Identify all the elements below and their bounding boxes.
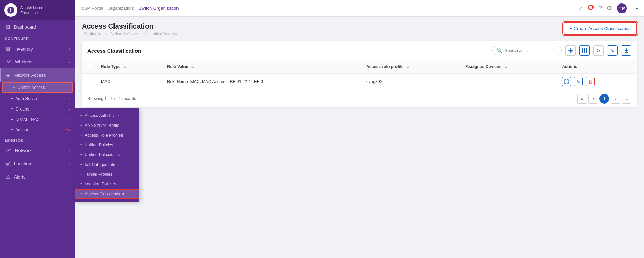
search-icon: 🔍	[497, 48, 503, 53]
create-access-classification-button[interactable]: + Create Access Classification	[564, 22, 637, 35]
user-avatar[interactable]: T P	[617, 3, 627, 13]
submenu-tunnel[interactable]: Tunnel Profiles	[75, 169, 139, 179]
submenu-aaa-server[interactable]: AAA Server Profile	[75, 121, 139, 130]
last-page-btn[interactable]: »	[622, 94, 631, 104]
submenu-dropdown: Access Auth Profile AAA Server Profile A…	[75, 108, 139, 202]
cell-access-role-0: ovng802	[361, 73, 461, 90]
sidebar-item-network-access[interactable]: ◈ Network Access ›	[0, 68, 75, 82]
sidebar-item-wireless[interactable]: Wireless ›	[0, 55, 75, 68]
sidebar-sub-auth-servers[interactable]: Auth Servers ›	[0, 93, 75, 104]
location-arrow: ›	[69, 161, 70, 166]
auth-servers-arrow: ›	[69, 97, 70, 101]
switch-org-link[interactable]: Switch Organization	[139, 6, 179, 11]
submenu-access-classification[interactable]: Access Classification	[75, 189, 139, 199]
network-monitor-icon	[6, 147, 11, 153]
topbar-icons: ○ ? ⚙ T P T P	[579, 3, 638, 13]
row-checkbox-0[interactable]	[87, 79, 91, 83]
col-actions: Actions	[557, 60, 637, 73]
submenu-arrow-indicator: →	[63, 125, 71, 134]
page-title: Access Classification	[82, 22, 178, 30]
page-title-area: Access Classification Configure › Networ…	[82, 22, 178, 36]
location-icon: ◎	[6, 160, 10, 167]
help-icon[interactable]: ?	[599, 5, 602, 12]
notifications-icon[interactable]	[588, 4, 594, 12]
section-monitor: MONITOR	[0, 135, 75, 144]
svg-rect-7	[582, 48, 583, 53]
inventory-arrow: ›	[69, 47, 70, 51]
section-configure: CONFIGURE	[0, 33, 75, 42]
msp-portal-link[interactable]: MSP Portal	[80, 6, 103, 11]
assigned-devices-filter[interactable]: ≡	[505, 64, 507, 69]
wireless-arrow: ›	[69, 60, 70, 64]
first-page-btn[interactable]: «	[577, 94, 587, 104]
sidebar-item-inventory[interactable]: ▦ Inventory ›	[0, 42, 75, 55]
pagination-bar: Showing 1 - 1 of 1 records « ‹ 1 › »	[82, 90, 637, 107]
table-header-row: Rule Type ≡ Rule Value ≡ Access role pro…	[82, 60, 637, 73]
col-access-role: Access role profile ≡	[361, 60, 461, 73]
pagination-controls: « ‹ 1 › »	[577, 94, 631, 104]
next-page-btn[interactable]: ›	[611, 94, 620, 104]
sidebar-nav: ⊞ Dashboard CONFIGURE ▦ Inventory › Wire…	[0, 20, 75, 258]
svg-rect-9	[586, 48, 587, 53]
logo-icon: i	[4, 3, 17, 17]
dashboard-label: Dashboard	[14, 24, 70, 30]
sidebar-item-alerts[interactable]: ⚠ Alerts	[0, 170, 75, 183]
actions-cell-0: ✎ 🗑	[562, 77, 632, 86]
refresh-btn[interactable]: ↻	[593, 45, 604, 56]
table-row: MAC Rule Name=MAC, MAC Address=BB:01:22:…	[82, 73, 637, 90]
access-role-filter[interactable]: ≡	[407, 64, 409, 69]
search-topbar-icon[interactable]: ○	[579, 5, 582, 12]
rule-value-filter[interactable]: ≡	[191, 64, 194, 69]
unified-access-label: Unified Access	[17, 85, 45, 90]
select-all-checkbox[interactable]	[87, 64, 91, 68]
svg-point-3	[589, 6, 592, 9]
sidebar-item-location[interactable]: ◎ Location ›	[0, 157, 75, 170]
submenu-iot[interactable]: IoT Categorization	[75, 160, 139, 169]
upam-nac-arrow: ›	[69, 117, 70, 122]
delete-btn-0[interactable]: 🗑	[586, 77, 595, 86]
user-name: T P	[631, 6, 638, 11]
org-label: Organization:	[108, 6, 134, 11]
sidebar-sub-unified-access[interactable]: Unified Access	[2, 82, 73, 93]
col-rule-type: Rule Type ≡	[96, 60, 162, 73]
table-toolbar: Access Classification 🔍	[82, 41, 637, 60]
page-content: Access Classification Configure › Networ…	[75, 17, 644, 258]
edit-columns-btn[interactable]: ✎	[607, 45, 618, 56]
submenu-location-policies[interactable]: Location Policies	[75, 179, 139, 189]
search-input[interactable]	[505, 48, 557, 53]
data-table: Rule Type ≡ Rule Value ≡ Access role pro…	[82, 60, 637, 90]
sidebar-item-network[interactable]: Network ›	[0, 144, 75, 157]
col-rule-value: Rule Value ≡	[162, 60, 361, 73]
main-area: MSP Portal Organization: Switch Organiza…	[75, 0, 644, 258]
table-title: Access Classification	[87, 48, 489, 54]
table-card: Access Classification 🔍	[82, 41, 637, 107]
crosshair-btn[interactable]	[565, 45, 576, 56]
rule-type-filter[interactable]: ≡	[124, 64, 126, 69]
inventory-icon: ▦	[6, 46, 11, 52]
sidebar-logo: i Alcatel-LucentEnterprise	[0, 0, 75, 20]
col-assigned-devices: Assigned Devices ≡	[461, 60, 557, 73]
company-name: Alcatel-LucentEnterprise	[20, 5, 45, 15]
submenu-unified-policies-list[interactable]: Unified Policies List	[75, 150, 139, 160]
submenu-access-auth[interactable]: Access Auth Profile	[75, 111, 139, 121]
network-access-arrow: ›	[67, 74, 71, 76]
page-1-btn[interactable]: 1	[599, 94, 609, 104]
cell-rule-type-0: MAC	[96, 73, 162, 90]
edit-btn-0[interactable]: ✎	[574, 77, 583, 86]
sidebar-sub-groups[interactable]: Groups ›	[0, 104, 75, 114]
submenu-unified-policies[interactable]: Unified Policies	[75, 140, 139, 150]
submenu-access-role[interactable]: Access Role Profiles	[75, 130, 139, 140]
topbar: MSP Portal Organization: Switch Organiza…	[75, 0, 644, 17]
expand-btn-0[interactable]	[562, 77, 571, 86]
prev-page-btn[interactable]: ‹	[588, 94, 598, 104]
settings-icon[interactable]: ⚙	[607, 5, 612, 12]
search-box[interactable]: 🔍	[492, 46, 562, 55]
column-filter-btn[interactable]	[579, 45, 590, 56]
dashboard-icon: ⊞	[6, 24, 10, 30]
sidebar-sub-upam-nac[interactable]: UPAM - NAC ›	[0, 114, 75, 125]
cell-rule-value-0: Rule Name=MAC, MAC Address=BB:01:22:44:E…	[162, 73, 361, 90]
sidebar-item-dashboard[interactable]: ⊞ Dashboard	[0, 20, 75, 33]
svg-text:i: i	[10, 7, 11, 13]
network-monitor-arrow: ›	[69, 149, 70, 153]
export-btn[interactable]	[621, 45, 631, 56]
